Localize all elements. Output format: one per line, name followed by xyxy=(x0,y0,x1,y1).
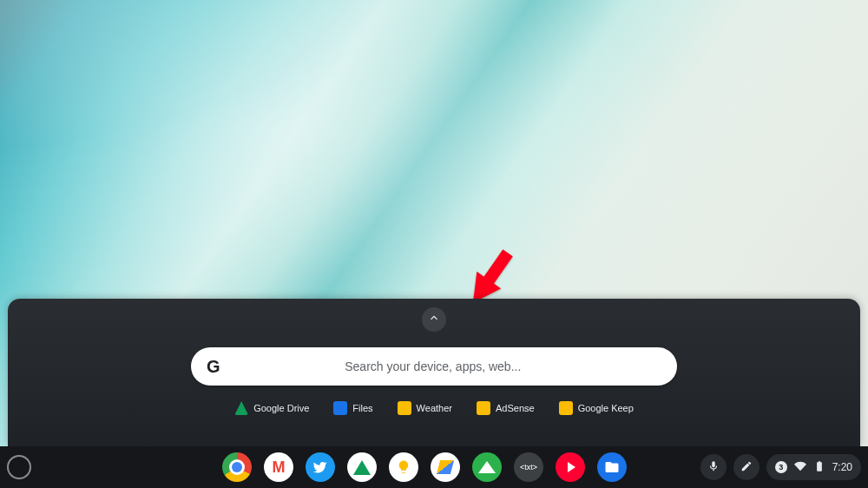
stylus-tools-button[interactable] xyxy=(733,454,760,480)
shelf-app-drive[interactable] xyxy=(347,452,377,482)
suggestion-label: Weather xyxy=(417,403,452,413)
suggestion-label: Google Drive xyxy=(253,403,309,413)
folder-icon xyxy=(604,459,620,475)
microphone-icon xyxy=(707,460,720,475)
shelf: <txt> 3 xyxy=(0,446,868,488)
shelf-app-youtube-music[interactable] xyxy=(556,452,585,482)
wifi-icon xyxy=(794,460,806,475)
suggestion-files[interactable]: Files xyxy=(333,401,372,415)
feedly-icon xyxy=(478,461,496,473)
drive-triangle-icon xyxy=(353,460,371,475)
notification-count-badge: 3 xyxy=(775,461,787,473)
suggestion-google-drive[interactable]: Google Drive xyxy=(234,401,309,415)
search-placeholder-text: Search your device, apps, web... xyxy=(205,359,661,373)
adsense-icon xyxy=(477,401,490,415)
shelf-app-twitter[interactable] xyxy=(306,452,335,482)
shelf-app-feedly[interactable] xyxy=(472,452,502,482)
launcher-panel: G Search your device, apps, web... Googl… xyxy=(8,299,860,446)
shelf-app-chrome[interactable] xyxy=(222,452,252,482)
suggestion-label: Google Keep xyxy=(578,403,634,413)
battery-icon xyxy=(813,460,825,475)
shelf-app-adsense[interactable] xyxy=(431,452,460,482)
twitter-icon xyxy=(312,459,328,475)
shelf-app-gmail[interactable] xyxy=(264,452,293,482)
suggestion-label: AdSense xyxy=(496,403,535,413)
txt-icon: <txt> xyxy=(520,463,537,472)
weather-icon xyxy=(398,401,411,415)
suggestion-weather[interactable]: Weather xyxy=(398,401,452,415)
status-area: 3 7:20 xyxy=(700,454,861,480)
launcher-search-bar[interactable]: G Search your device, apps, web... xyxy=(191,347,677,386)
suggestion-adsense[interactable]: AdSense xyxy=(477,401,535,415)
suggestion-label: Files xyxy=(352,403,372,413)
suggestion-google-keep[interactable]: Google Keep xyxy=(559,401,634,415)
files-icon xyxy=(333,401,347,415)
shelf-app-keep[interactable] xyxy=(389,452,418,482)
assistant-mic-button[interactable] xyxy=(700,454,727,480)
lightbulb-icon xyxy=(396,459,411,475)
pen-icon xyxy=(740,460,753,475)
keep-icon xyxy=(559,401,573,415)
system-tray[interactable]: 3 7:20 xyxy=(766,454,861,480)
shelf-app-files[interactable] xyxy=(597,452,627,482)
desktop-wallpaper: G Search your device, apps, web... Googl… xyxy=(0,0,868,488)
drive-icon xyxy=(234,401,248,415)
launcher-expand-button[interactable] xyxy=(422,307,446,332)
shelf-app-text[interactable]: <txt> xyxy=(514,452,543,482)
chevron-up-icon xyxy=(428,312,440,327)
launcher-button[interactable] xyxy=(7,455,31,479)
shelf-pinned-apps: <txt> xyxy=(222,452,627,482)
launcher-suggestions-row: Google Drive Files Weather AdSense Googl… xyxy=(234,401,634,415)
adsense-icon xyxy=(437,460,454,474)
clock-text: 7:20 xyxy=(832,461,852,473)
